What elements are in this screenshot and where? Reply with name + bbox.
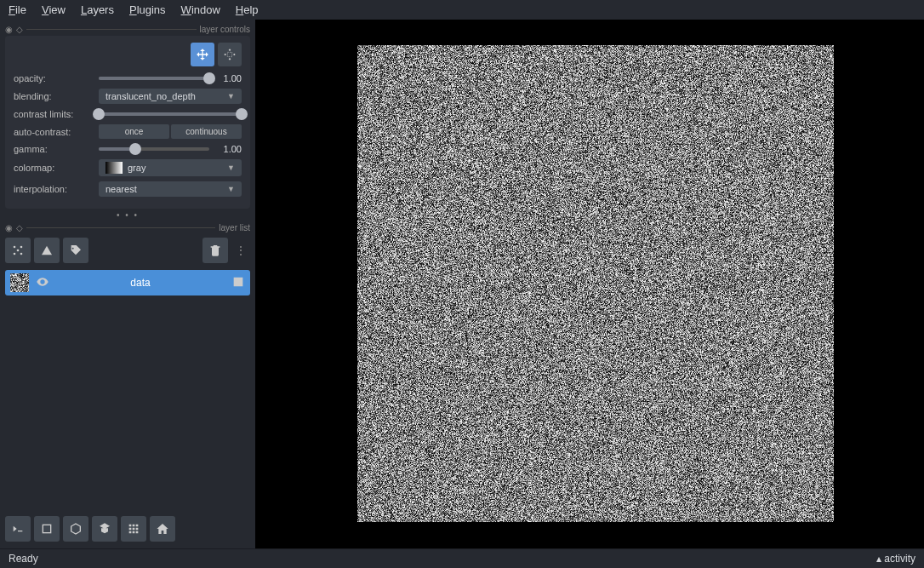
ndisplay-button[interactable] bbox=[34, 516, 60, 542]
interpolation-value: nearest bbox=[106, 184, 137, 194]
console-icon bbox=[11, 522, 25, 536]
layer-controls-header: ◉ ◇ layer controls bbox=[5, 25, 250, 34]
collapse-icon[interactable]: ◉ bbox=[5, 223, 13, 232]
gamma-value: 1.00 bbox=[216, 144, 242, 154]
colormap-label: colormap: bbox=[14, 163, 92, 173]
shapes-icon bbox=[40, 244, 54, 257]
svg-point-1 bbox=[20, 246, 23, 249]
left-panel: ◉ ◇ layer controls opacity: 1.00 bbox=[0, 20, 255, 548]
viewer-buttons bbox=[5, 513, 250, 545]
transform-tool[interactable] bbox=[218, 43, 242, 66]
gamma-slider[interactable] bbox=[99, 147, 209, 151]
opacity-label: opacity: bbox=[14, 73, 92, 83]
menu-layers[interactable]: Layers bbox=[81, 3, 114, 16]
interpolation-select[interactable]: nearest ▼ bbox=[99, 181, 242, 197]
blending-value: translucent_no_depth bbox=[106, 91, 196, 101]
transpose-icon bbox=[98, 522, 111, 536]
roll-dims-button[interactable] bbox=[63, 516, 88, 542]
transform-icon bbox=[223, 48, 237, 61]
blending-select[interactable]: translucent_no_depth ▼ bbox=[99, 89, 242, 104]
square-icon bbox=[40, 522, 54, 536]
contrast-label: contrast limits: bbox=[14, 109, 92, 119]
chevron-down-icon: ▼ bbox=[227, 92, 235, 100]
activity-toggle[interactable]: ▴ activity bbox=[876, 553, 915, 565]
points-icon bbox=[11, 244, 25, 257]
expand-icon[interactable]: ◇ bbox=[16, 25, 23, 34]
cube-icon bbox=[69, 522, 83, 536]
layer-name: data bbox=[56, 277, 225, 289]
colormap-swatch bbox=[106, 162, 123, 174]
pan-zoom-tool[interactable] bbox=[191, 43, 214, 66]
canvas[interactable] bbox=[255, 20, 924, 548]
menu-window[interactable]: Window bbox=[181, 3, 220, 16]
opacity-slider[interactable] bbox=[99, 77, 209, 80]
menubar: File View Layers Plugins Window Help bbox=[0, 0, 924, 20]
chevron-down-icon: ▼ bbox=[227, 164, 235, 172]
opacity-value: 1.00 bbox=[216, 73, 242, 83]
svg-point-0 bbox=[14, 246, 16, 249]
chevron-down-icon: ▼ bbox=[227, 185, 235, 193]
layer-list-menu[interactable]: ⋮ bbox=[231, 244, 250, 257]
interpolation-label: interpolation: bbox=[14, 184, 92, 194]
menu-plugins[interactable]: Plugins bbox=[129, 3, 166, 16]
home-icon bbox=[156, 522, 169, 536]
menu-view[interactable]: View bbox=[42, 3, 66, 16]
svg-rect-5 bbox=[43, 525, 50, 532]
layer-list-title: layer list bbox=[219, 223, 250, 232]
grid-button[interactable] bbox=[121, 516, 146, 542]
statusbar: Ready ▴ activity bbox=[0, 548, 924, 568]
panel-resize-handle[interactable]: • • • bbox=[5, 209, 250, 221]
expand-icon[interactable]: ◇ bbox=[16, 223, 23, 232]
colormap-select[interactable]: gray ▼ bbox=[99, 159, 242, 176]
svg-point-3 bbox=[14, 253, 16, 255]
labels-icon bbox=[69, 244, 83, 257]
visibility-icon[interactable] bbox=[36, 275, 49, 291]
svg-point-2 bbox=[17, 250, 20, 252]
layer-controls-panel: opacity: 1.00 blending: translucent_no_d… bbox=[5, 36, 250, 209]
gamma-label: gamma: bbox=[14, 144, 92, 154]
autocontrast-label: auto-contrast: bbox=[14, 127, 92, 137]
menu-help[interactable]: Help bbox=[236, 3, 259, 16]
contrast-slider[interactable] bbox=[99, 112, 242, 116]
image-display bbox=[357, 45, 834, 522]
new-labels-layer-button[interactable] bbox=[63, 238, 88, 263]
move-icon bbox=[196, 48, 209, 61]
transpose-button[interactable] bbox=[92, 516, 117, 542]
colormap-value: gray bbox=[128, 163, 145, 173]
collapse-icon[interactable]: ◉ bbox=[5, 25, 13, 34]
layer-thumbnail bbox=[10, 273, 29, 292]
autocontrast-once-button[interactable]: once bbox=[99, 124, 169, 139]
home-button[interactable] bbox=[150, 516, 175, 542]
blending-label: blending: bbox=[14, 91, 92, 101]
svg-point-4 bbox=[20, 253, 23, 255]
new-shapes-layer-button[interactable] bbox=[34, 238, 60, 263]
menu-file[interactable]: File bbox=[9, 3, 26, 16]
image-icon bbox=[231, 275, 245, 291]
status-text: Ready bbox=[9, 553, 38, 565]
layer-item[interactable]: data bbox=[5, 270, 250, 295]
console-button[interactable] bbox=[5, 516, 31, 542]
trash-icon bbox=[208, 244, 222, 257]
autocontrast-continuous-button[interactable]: continuous bbox=[171, 124, 242, 139]
delete-layer-button[interactable] bbox=[202, 238, 228, 263]
layer-controls-title: layer controls bbox=[200, 25, 250, 34]
grid-icon bbox=[127, 522, 140, 536]
layer-list-header: ◉ ◇ layer list bbox=[5, 223, 250, 232]
new-points-layer-button[interactable] bbox=[5, 238, 31, 263]
